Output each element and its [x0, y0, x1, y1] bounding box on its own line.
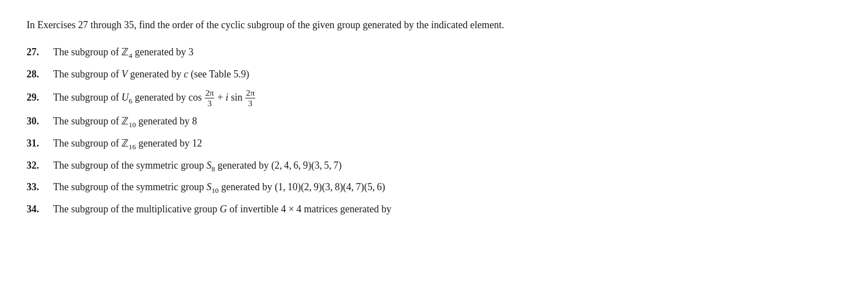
exercise-content: The subgroup of the multiplicative group…	[53, 202, 841, 217]
exercise-number: 34.	[27, 202, 53, 217]
list-item: 31. The subgroup of ℤ16 generated by 12	[27, 136, 841, 153]
exercise-content: The subgroup of V generated by c (see Ta…	[53, 67, 841, 82]
exercise-number: 29.	[27, 90, 53, 106]
list-item: 27. The subgroup of ℤ4 generated by 3	[27, 45, 841, 61]
list-item: 33. The subgroup of the symmetric group …	[27, 180, 841, 196]
exercise-number: 33.	[27, 180, 53, 195]
exercise-number: 31.	[27, 136, 53, 152]
exercise-content: The subgroup of ℤ16 generated by 12	[53, 136, 841, 153]
exercise-content: The subgroup of ℤ10 generated by 8	[53, 114, 841, 130]
list-item: 32. The subgroup of the symmetric group …	[27, 158, 841, 175]
exercise-content: The subgroup of ℤ4 generated by 3	[53, 45, 841, 61]
exercise-number: 27.	[27, 45, 53, 60]
exercise-list: 27. The subgroup of ℤ4 generated by 3 28…	[27, 45, 841, 217]
exercise-content: The subgroup of the symmetric group S8 g…	[53, 158, 841, 175]
exercise-content: The subgroup of U6 generated by cos 2π3 …	[53, 88, 841, 109]
list-item: 30. The subgroup of ℤ10 generated by 8	[27, 114, 841, 130]
list-item: 28. The subgroup of V generated by c (se…	[27, 67, 841, 82]
intro-paragraph: In Exercises 27 through 35, find the ord…	[27, 18, 802, 33]
list-item: 29. The subgroup of U6 generated by cos …	[27, 88, 841, 109]
exercise-number: 32.	[27, 158, 53, 174]
exercise-content: The subgroup of the symmetric group S10 …	[53, 180, 841, 196]
list-item: 34. The subgroup of the multiplicative g…	[27, 202, 841, 217]
exercise-number: 30.	[27, 114, 53, 129]
exercise-number: 28.	[27, 67, 53, 82]
